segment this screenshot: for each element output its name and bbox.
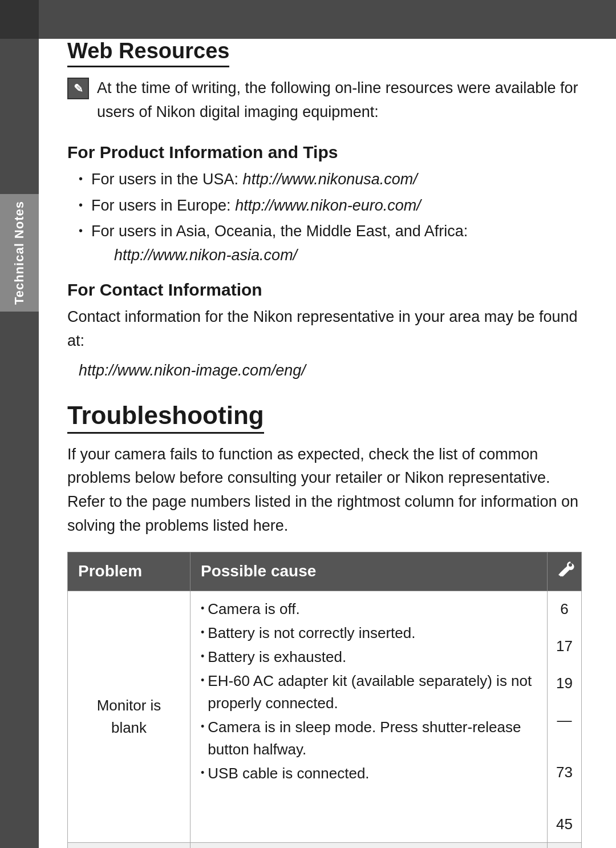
wrench-icon [554, 559, 575, 580]
contact-info-title: For Contact Information [67, 280, 582, 300]
cause-item: • Battery is not correctly inserted. [201, 622, 537, 644]
problem-monitor-blank: Monitor is blank [68, 591, 191, 842]
cause-text: EH-60 AC adapter kit (available separate… [208, 670, 537, 714]
content-body: Web Resources ✎ At the time of writing, … [67, 39, 582, 848]
problem-camera-off: Camera turns off immediately [68, 842, 191, 848]
cause-text: Battery is not correctly inserted. [208, 622, 415, 644]
product-info-title: For Product Information and Tips [67, 143, 582, 162]
web-resources-intro-block: ✎ At the time of writing, the following … [67, 76, 582, 130]
cause-item: • Camera is in sleep mode. Press shutter… [201, 716, 537, 761]
contact-info-section: For Contact Information Contact informat… [67, 280, 582, 383]
page-col: 6 17 19 — 73 45 [548, 591, 582, 842]
list-item: For users in Europe: http://www.nikon-eu… [79, 194, 582, 218]
troubleshooting-intro: If your camera fails to function as expe… [67, 443, 582, 538]
troubleshooting-section: Troubleshooting If your camera fails to … [67, 401, 582, 848]
sidebar-top-bar [0, 0, 39, 39]
cause-text: USB cable is connected. [208, 762, 369, 785]
page-num: — [552, 709, 577, 732]
web-resources-intro: At the time of writing, the following on… [97, 76, 582, 124]
web-resources-section: Web Resources ✎ At the time of writing, … [67, 39, 582, 383]
usa-url: http://www.nikonusa.com/ [243, 171, 418, 188]
cause-monitor-blank: • Camera is off. • Battery is not correc… [191, 591, 548, 842]
note-icon: ✎ [67, 78, 89, 99]
cause-text: Camera is in sleep mode. Press shutter-r… [208, 716, 537, 761]
table-header-row: Problem Possible cause [68, 552, 582, 591]
sidebar-tab: Technical Notes [0, 194, 39, 312]
cause-item: • Battery is exhausted. [201, 646, 537, 668]
contact-info-text: Contact information for the Nikon repres… [67, 305, 582, 353]
sidebar: Technical Notes [0, 0, 39, 848]
troubleshooting-table: Problem Possible cause [67, 552, 582, 848]
web-resources-title: Web Resources [67, 39, 229, 67]
header-cause: Possible cause [191, 552, 548, 591]
top-bar [39, 0, 616, 39]
europe-prefix: For users in Europe: [91, 197, 235, 214]
usa-prefix: For users in the USA: [91, 171, 243, 188]
cause-text: Battery is exhausted. [208, 646, 346, 668]
asia-url: http://www.nikon-asia.com/ [91, 247, 297, 264]
page-col: 19 v [548, 842, 582, 848]
header-icon [548, 552, 582, 591]
page-num: 6 [552, 598, 577, 620]
cause-item: • Camera is off. [201, 598, 537, 620]
table-row: Monitor is blank • Camera is off. • Batt… [68, 591, 582, 842]
contact-info-url: http://www.nikon-image.com/eng/ [67, 359, 582, 383]
europe-url: http://www.nikon-euro.com/ [235, 197, 421, 214]
product-info-list: For users in the USA: http://www.nikonus… [67, 168, 582, 268]
page-num: 19 [552, 672, 577, 694]
list-item: For users in the USA: http://www.nikonus… [79, 168, 582, 192]
sidebar-tab-label: Technical Notes [12, 201, 27, 305]
page-num: 17 [552, 635, 577, 657]
svg-point-0 [569, 563, 572, 567]
cause-camera-off: • Battery is low. • Battery is cold. [191, 842, 548, 848]
list-item: For users in Asia, Oceania, the Middle E… [79, 220, 582, 268]
page-num: 73 [552, 761, 577, 784]
page-num: 45 [552, 813, 577, 835]
cause-item: • USB cable is connected. [201, 762, 537, 785]
cause-text: Camera is off. [208, 598, 299, 620]
header-problem: Problem [68, 552, 191, 591]
asia-prefix: For users in Asia, Oceania, the Middle E… [91, 223, 468, 240]
cause-item: • EH-60 AC adapter kit (available separa… [201, 670, 537, 714]
product-info-section: For Product Information and Tips For use… [67, 143, 582, 268]
troubleshooting-title: Troubleshooting [67, 401, 264, 434]
main-content: Web Resources ✎ At the time of writing, … [39, 0, 616, 848]
table-row: Camera turns off immediately • Battery i… [68, 842, 582, 848]
page-container: Technical Notes Web Resources ✎ At the t… [0, 0, 616, 848]
